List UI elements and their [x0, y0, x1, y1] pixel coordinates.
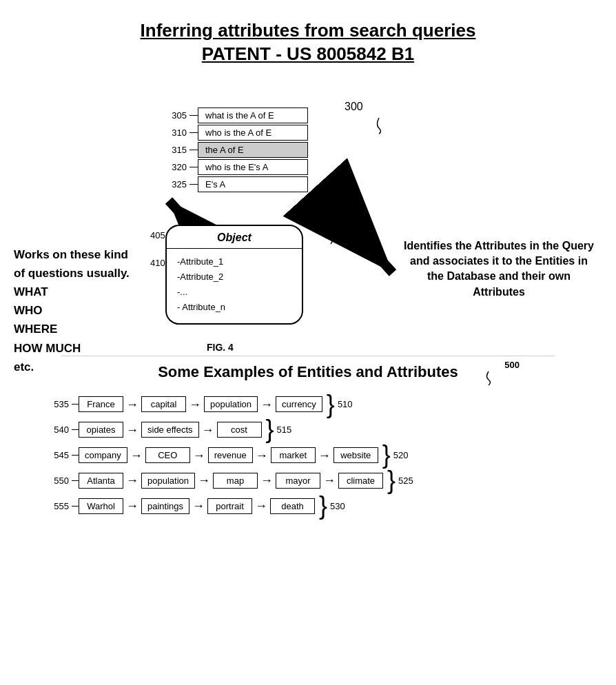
page-title: Inferring attributes from search queries… [0, 0, 616, 73]
entity-atlanta: Atlanta [79, 473, 123, 489]
arrow-icon: → [256, 449, 268, 462]
arrow-icon: → [198, 474, 210, 487]
entity-row-france: 535 France → capital → population → curr… [41, 395, 616, 415]
entity-row-opiates: 540 opiates → side effects → cost } 515 [41, 420, 616, 440]
attr-capital: capital [141, 396, 186, 412]
ref-410: 410 [150, 258, 165, 268]
arrow-icon: → [130, 449, 143, 462]
brace-label-525: 525 [398, 476, 413, 486]
top-diagram: 300 305 what is the A of E 310 who is th… [0, 80, 616, 349]
brace-515: } [266, 420, 274, 440]
bottom-section: Some Examples of Entities and Attributes… [0, 356, 616, 535]
query-row-315: 315 the A of E [165, 142, 308, 158]
ref-400: 400 [317, 214, 345, 247]
attr-dots: -... [177, 285, 291, 300]
ref-405: 405 [150, 230, 165, 241]
attr-portrait: portrait [207, 498, 252, 514]
entity-company: company [79, 447, 127, 463]
object-header: Object [167, 226, 302, 249]
fig-4-label: FIG. 4 [207, 342, 234, 353]
object-body: -Attribute_1 -Attribute_2 -... - Attribu… [167, 249, 302, 323]
arrow-icon: → [126, 500, 138, 512]
arrow-icon: → [323, 474, 336, 487]
arrow-icon: → [126, 398, 138, 411]
attr-n: - Attribute_n [177, 300, 291, 315]
entities-area: 535 France → capital → population → curr… [0, 395, 616, 516]
brace-label-530: 530 [330, 501, 345, 511]
attr-climate: climate [338, 473, 383, 489]
brace-510: } [327, 395, 335, 415]
arrow-icon: → [126, 424, 138, 436]
entity-row-company: 545 company → CEO → revenue → market → w… [41, 445, 616, 465]
query-row-305: 305 what is the A of E [165, 108, 308, 123]
arrow-icon: → [192, 500, 205, 512]
entity-row-warhol: 555 Warhol → paintings → portrait → deat… [41, 496, 616, 516]
attr-paintings: paintings [141, 498, 189, 514]
ref-500: 500 [504, 360, 520, 370]
attr-death: death [270, 498, 315, 514]
entity-row-atlanta: 550 Atlanta → population → map → mayor →… [41, 471, 616, 491]
query-row-320: 320 who is the E's A [165, 159, 308, 175]
entity-warhol: Warhol [79, 498, 123, 514]
arrow-icon: → [126, 474, 138, 487]
attr-map: map [213, 473, 258, 489]
squiggle-400 [317, 226, 345, 247]
brace-525: } [387, 471, 396, 491]
entity-opiates: opiates [79, 422, 123, 438]
attr-mayor: mayor [276, 473, 320, 489]
object-rounded-box: Object -Attribute_1 -Attribute_2 -... - … [165, 225, 303, 325]
attr-currency: currency [276, 396, 322, 412]
brace-label-520: 520 [393, 450, 409, 460]
arrow-icon: → [189, 398, 201, 411]
object-box: Object -Attribute_1 -Attribute_2 -... - … [165, 225, 303, 325]
attr-market: market [271, 447, 316, 463]
arrow-icon: → [260, 474, 273, 487]
squiggle-300 [345, 114, 386, 135]
brace-label-515: 515 [277, 425, 292, 435]
attr-website: website [333, 447, 378, 463]
squiggle-500 [478, 370, 499, 387]
attr-ceo: CEO [145, 447, 190, 463]
arrow-icon: → [260, 398, 273, 411]
attr-population-atl: population [141, 473, 195, 489]
query-row-310: 310 who is the A of E [165, 125, 308, 141]
attr-side-effects: side effects [141, 422, 199, 438]
arrow-icon: → [255, 500, 267, 512]
attr-2: -Attribute_2 [177, 269, 291, 285]
page: Inferring attributes from search queries… [0, 0, 616, 685]
attr-revenue: revenue [208, 447, 253, 463]
brace-530: } [319, 496, 327, 516]
arrow-icon: → [318, 449, 331, 462]
attr-population-fr: population [204, 396, 258, 412]
ref-300: 300 [345, 101, 386, 135]
arrow-icon: → [193, 449, 205, 462]
arrow-icon: → [202, 424, 214, 436]
query-row-325: 325 E's A [165, 176, 308, 192]
right-annotation: Identifies the Attributes in the Query a… [402, 238, 595, 300]
entity-france: France [79, 396, 123, 412]
attr-cost: cost [217, 422, 262, 438]
query-table: 305 what is the A of E 310 who is the A … [165, 108, 308, 194]
brace-label-510: 510 [338, 399, 353, 409]
brace-520: } [382, 445, 391, 465]
bottom-title: Some Examples of Entities and Attributes… [0, 363, 616, 381]
attr-1: -Attribute_1 [177, 254, 291, 269]
